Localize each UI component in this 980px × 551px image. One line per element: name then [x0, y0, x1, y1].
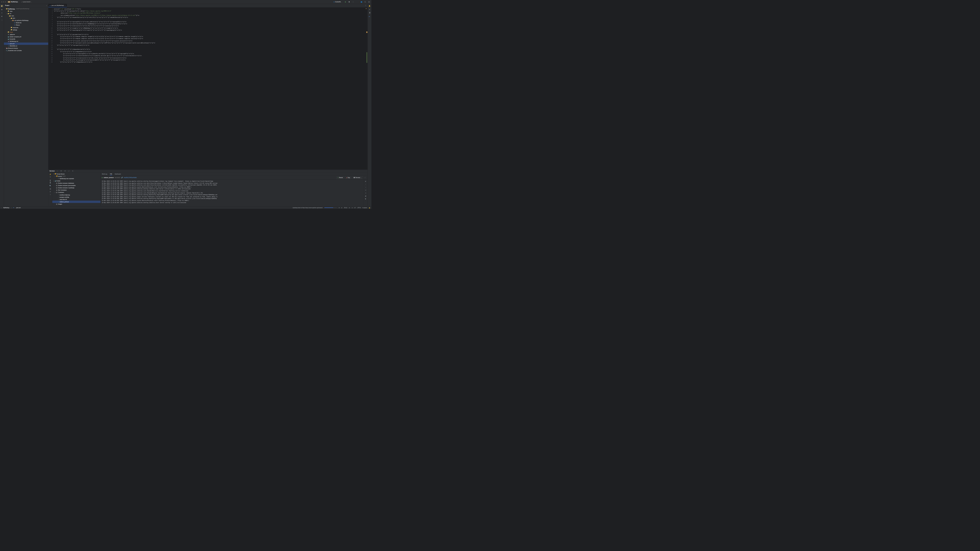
tree-row[interactable]: ›📁.idea	[4, 10, 48, 12]
tree-row[interactable]: ⒸPerson	[4, 24, 48, 26]
run-button[interactable]: ▶	[344, 0, 347, 3]
log-eye-icon[interactable]: 👁	[364, 180, 367, 183]
tree-row[interactable]: ▾📁MyWebApp~/IdeaProjects/MyWebApp	[4, 8, 48, 10]
tree-row[interactable]: mpom.xml	[4, 43, 48, 45]
tree-row[interactable]: ▦MyWebApp.iml	[4, 40, 48, 43]
line-col[interactable]: 35:12	[344, 207, 347, 208]
more-tool-icon[interactable]: ⋯	[0, 18, 3, 21]
project-view-dropdown-icon[interactable]: ⌄	[46, 5, 47, 6]
scroll-marker-warn[interactable]	[366, 32, 368, 33]
code-with-me-icon[interactable]: 👥	[360, 0, 363, 3]
log-print-icon[interactable]: 🖨	[364, 195, 367, 197]
readonly-lock-icon[interactable]: 🔒	[369, 207, 370, 208]
service-tree-row[interactable]: ▫eventbus-bdpnsng	[52, 194, 100, 196]
svc-rail-7-icon[interactable]: ⊘	[49, 190, 52, 193]
close-window[interactable]	[1, 1, 3, 3]
add-service-icon[interactable]: ＋	[56, 170, 59, 172]
filter-service-icon[interactable]: ⟳	[64, 170, 66, 172]
services-tab[interactable]: Log	[110, 173, 112, 176]
service-tree-row[interactable]: ▾▥Containers	[52, 191, 100, 194]
maximize-window[interactable]	[5, 1, 6, 3]
editor-tab-pom[interactable]: m pom.xml (MyWebApp) ×	[48, 4, 67, 7]
tree-row[interactable]: ▾📁src	[4, 13, 48, 15]
scroll-marker-change[interactable]	[366, 52, 367, 63]
service-tree-row[interactable]: ▾🐱Tomcat Server	[52, 173, 100, 175]
log-scroll-icon[interactable]: ⤓	[364, 192, 367, 194]
minimize-window[interactable]	[3, 1, 4, 3]
ai-assistant-icon[interactable]: ✦	[368, 8, 371, 11]
settings-icon[interactable]	[368, 0, 370, 3]
service-tree-row[interactable]: ▫redis-fli2m78	[52, 198, 100, 200]
tree-row[interactable]: ▾📦com.jetbrains.MyWebapp	[4, 19, 48, 22]
project-panel-title[interactable]: Project	[5, 5, 46, 6]
services-tab[interactable]: Build Log	[102, 173, 107, 175]
service-tree-row[interactable]: ›▥Docker-compose: mywebapp	[52, 187, 100, 189]
tree-row[interactable]: ▾📁main	[4, 15, 48, 17]
log-wrap-icon[interactable]: ↩	[364, 189, 367, 191]
commit-tool-icon[interactable]: ◉	[0, 8, 3, 11]
maven-tool-icon[interactable]: m	[368, 15, 371, 17]
terminal-dropdown-icon[interactable]: ⌄	[361, 177, 362, 178]
log-clear-icon[interactable]: 🗑	[364, 197, 367, 200]
service-tree-row[interactable]: ›▥Images	[52, 203, 100, 205]
search-everywhere-icon[interactable]	[364, 0, 366, 3]
run-config-dropdown-icon[interactable]: ⌄	[341, 1, 342, 3]
tree-row[interactable]: ›📁target	[4, 31, 48, 33]
service-tree-row[interactable]: ？MyWebApp:war exploded	[52, 177, 100, 179]
tree-row[interactable]: ▾📁java	[4, 17, 48, 19]
indent-setting[interactable]: 4 spaces	[363, 207, 367, 208]
services-more-icon[interactable]: ⋮	[364, 176, 366, 179]
tree-row[interactable]: ›📚External Libraries	[4, 47, 48, 49]
run-config-name[interactable]: Dockerfile	[335, 1, 341, 3]
service-tree-row[interactable]: ▫postgres-odr2j3g	[52, 196, 100, 198]
bookmarks-tool-icon[interactable]: ⊞	[0, 15, 3, 17]
terminal-button[interactable]: ⌨Terminal⌄	[352, 176, 363, 179]
project-name[interactable]: MyWebApp	[11, 1, 18, 3]
file-encoding[interactable]: UTF-8	[357, 207, 361, 208]
editor-code[interactable]: version="1.0" encoding="UTF-8"?"p">> "p"…	[54, 7, 368, 170]
project-tool-icon[interactable]: 📁	[0, 4, 3, 7]
close-service-icon[interactable]: ✕	[72, 170, 74, 172]
branch-dropdown-icon[interactable]: ⌄	[31, 1, 32, 3]
notifications-icon[interactable]: 🔔	[368, 4, 371, 7]
more-actions-button[interactable]: ⋮	[352, 0, 355, 3]
svc-rail-1-icon[interactable]: ⚡	[49, 173, 52, 176]
tab-close-icon[interactable]: ×	[65, 5, 65, 6]
log-down-icon[interactable]: ↓	[364, 186, 367, 189]
progress-close-icon[interactable]: ✕	[339, 207, 340, 208]
svc-rail-search-icon[interactable]: 🔍	[49, 185, 52, 187]
service-tree-row[interactable]: ▾🐳Docker	[52, 180, 100, 182]
editor-more-icon[interactable]: ⋮	[364, 4, 367, 7]
tree-row[interactable]: ›📁webapp	[4, 29, 48, 31]
tree-row[interactable]: ⒸMyServlet	[4, 22, 48, 24]
tree-row[interactable]: 🐳docker-compose.yml	[4, 35, 48, 38]
structure-tool-icon[interactable]: ≡	[0, 11, 3, 14]
sb-icon-1[interactable]: ⊘	[349, 207, 350, 208]
services-log[interactable]: 12-Nov-2024 11:33:55.313 INFO [main] org…	[100, 179, 364, 206]
branch-name[interactable]: javax-branch	[23, 1, 30, 3]
svc-rail-2-icon[interactable]: T	[49, 176, 52, 178]
tree-row[interactable]: ▾README.md	[4, 45, 48, 47]
sb-icon-2[interactable]: ⊙	[352, 207, 353, 208]
tree-row[interactable]: ›📁resources	[4, 26, 48, 29]
service-tree-row[interactable]: ▪zealous_jemison	[52, 200, 100, 203]
breadcrumb-file[interactable]: pom.xml	[16, 207, 21, 208]
database-icon[interactable]: 🗄	[368, 11, 371, 14]
service-tree-row[interactable]: ›▥Docker-compose: java-samples	[52, 184, 100, 187]
stop-button[interactable]: ■Stop	[345, 176, 351, 179]
svc-rail-6-icon[interactable]: ▥	[49, 187, 52, 190]
service-tree-row[interactable]: ▾🐱tomcat[local]	[52, 175, 100, 177]
svc-rail-4-icon[interactable]: ≣	[49, 182, 52, 184]
inspection-warning-icon[interactable]: ▲	[366, 8, 367, 9]
line-separator[interactable]: LF	[354, 207, 355, 208]
svc-rail-8-icon[interactable]: ⇣	[49, 193, 52, 196]
show-service-icon[interactable]: 👁	[60, 170, 62, 172]
restart-button[interactable]: ↻Restart	[336, 176, 344, 179]
debug-button[interactable]: ⬢	[348, 0, 351, 3]
tree-row[interactable]: 🐳Dockerfile	[4, 38, 48, 40]
progress-pause-icon[interactable]: ⏸	[341, 207, 342, 208]
expand-service-icon[interactable]: ⤢	[68, 170, 70, 172]
tree-row[interactable]: ◎.gitignore	[4, 33, 48, 35]
project-dropdown-icon[interactable]: ⌄	[18, 1, 19, 3]
log-up-icon[interactable]: ↑	[364, 183, 367, 186]
